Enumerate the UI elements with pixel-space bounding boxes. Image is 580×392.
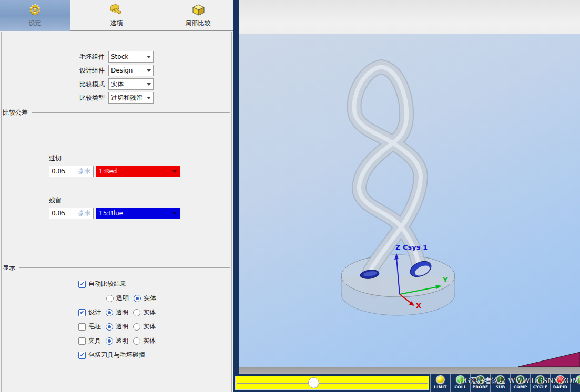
radio-button[interactable] [133,337,140,345]
checkbox[interactable] [78,323,86,331]
radio-button[interactable] [106,309,113,316]
dropdown-select[interactable]: Stock [108,51,154,63]
slider-thumb[interactable] [308,377,319,388]
tab-local-compare[interactable]: 局部比较 [163,0,233,31]
form-row: 设计组件Design [2,64,159,77]
radio-label: 透明 [116,336,128,345]
checkbox[interactable]: ✔ [78,281,86,288]
component-form-rows: 毛坯组件Stock设计组件Design比较模式实体比较类型过切和残留 [2,50,159,105]
checkbox[interactable]: ✔ [78,309,86,316]
dropdown-select[interactable]: Design [108,65,154,76]
field-label: 比较模式 [2,80,105,89]
radio-option: 实体 [133,308,156,317]
radio-dot [108,339,111,343]
dropdown-value: Design [111,67,146,74]
tab-label: 选项 [110,19,123,28]
display-option-row: ✔包括刀具与毛坯碰撞 [2,348,228,362]
field-label: 设计组件 [2,66,105,75]
chevron-down-icon [147,56,151,58]
radio-dot [108,311,111,314]
display-option-row: ✔设计透明实体 [2,305,228,319]
form-row: 比较类型过切和残留 [2,91,159,105]
radio-button[interactable] [106,295,114,302]
radio-group: 透明实体 [101,308,156,317]
settings-form: 毛坯组件Stock设计组件Design比较模式实体比较类型过切和残留 比较公差 … [1,32,232,392]
checkbox[interactable]: ✔ [78,352,86,359]
overcut-color-dropdown[interactable]: 1:Red [96,166,180,177]
section-divider [32,112,230,113]
section-label: 显示 [3,263,15,272]
radio-label: 实体 [143,322,156,331]
display-option-row: ✔自动比较结果 [2,277,228,291]
option-label: 夹具 [88,336,101,345]
form-row: 比较模式实体 [2,77,159,91]
overcut-label: 过切 [49,154,62,163]
slider-track [237,383,428,384]
radio-label: 透明 [116,294,129,303]
radio-option: 透明 [106,294,129,303]
watermark-text: UG爱好者论坛 WWW.UGSNX.COM [459,376,579,386]
csys-label: Z Csys 1 [395,243,428,251]
tab-settings[interactable]: ⚙ 设定 [0,0,70,31]
excess-value: 0.05 [52,210,78,217]
axis-y-label: Y [442,276,448,284]
radio-group: 透明实体 [101,294,156,303]
display-option-rows: ✔自动比较结果透明实体✔设计透明实体毛坯透明实体夹具透明实体✔包括刀具与毛坯碰撞 [2,277,228,362]
radio-button[interactable] [133,309,140,316]
graphics-area: Z Csys 1 Y X [239,0,580,392]
option-label: 自动比较结果 [88,280,126,288]
simulation-progress-slider[interactable] [235,376,429,390]
indicator-label: LIMIT [434,385,446,389]
checkbox[interactable] [78,337,86,345]
dropdown-value: 过切和残留 [111,94,146,102]
radio-button[interactable] [133,323,140,331]
radio-option: 实体 [133,336,156,345]
tab-options[interactable]: 选项 [82,0,151,31]
axis-x-label: X [416,302,421,310]
radio-group: 透明实体 [101,336,156,345]
excess-tolerance-input[interactable]: 0.05 毫米 [49,208,94,219]
twisted-model [354,67,421,272]
chevron-down-icon [147,83,151,86]
section-divider [19,267,230,268]
dropdown-select[interactable]: 过切和残留 [108,92,154,104]
display-section-header: 显示 [3,263,231,272]
display-option-row: 毛坯透明实体 [2,319,228,334]
overcut-unit: 毫米 [78,167,91,176]
radio-button[interactable] [106,323,113,331]
tolerance-section-header: 比较公差 [3,108,231,117]
radio-label: 实体 [144,294,156,303]
radio-group: 透明实体 [101,322,156,331]
radio-option: 实体 [134,294,156,303]
3d-viewport[interactable]: Z Csys 1 Y X [239,34,580,367]
indicator-light [436,375,445,384]
stock-base-disc [341,255,455,315]
option-label: 包括刀具与毛坯碰撞 [88,350,145,359]
compare-dialog-window: ⚙ 设定 选项 [0,0,580,392]
hand-pointer-icon [109,2,125,18]
excess-color-dropdown[interactable]: 15:Blue [96,208,180,219]
display-option-row: 透明实体 [2,291,228,305]
overcut-value: 0.05 [52,168,78,175]
chevron-down-icon [172,212,177,215]
overcut-tolerance-input[interactable]: 0.05 毫米 [49,166,94,177]
excess-color-name: 15:Blue [99,210,171,217]
radio-label: 透明 [116,308,128,317]
radio-button[interactable] [134,295,141,302]
form-row: 毛坯组件Stock [2,50,159,64]
gear-icon: ⚙ [29,2,41,18]
settings-panel: ⚙ 设定 选项 [0,0,233,392]
radio-button[interactable] [106,337,113,345]
panel-divider[interactable] [233,0,239,374]
excess-unit: 毫米 [78,209,91,218]
table-wedge [518,352,580,367]
chevron-down-icon [172,170,177,173]
cube-icon [191,2,206,18]
dropdown-select[interactable]: 实体 [108,78,154,90]
radio-label: 透明 [116,322,128,331]
radio-option: 透明 [106,336,128,345]
radio-label: 实体 [143,308,156,317]
viewport-bottom-bar [239,367,580,374]
field-label: 毛坯组件 [2,53,105,61]
radio-label: 实体 [143,336,156,345]
